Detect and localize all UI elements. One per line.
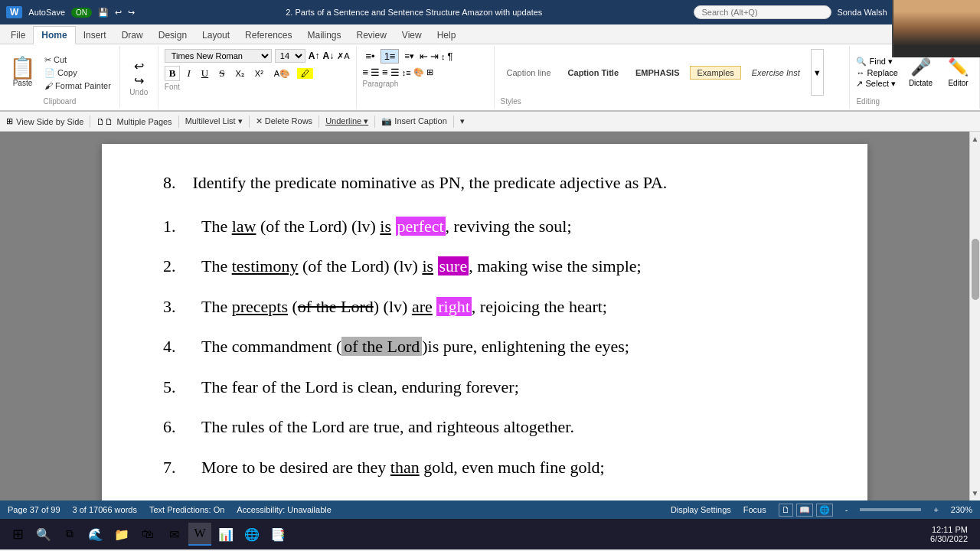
accessibility: Accessibility: Unavailable xyxy=(237,505,332,514)
multilevel-list-button[interactable]: Multilevel List ▾ xyxy=(185,116,243,126)
style-caption-title[interactable]: Caption Title xyxy=(562,67,625,79)
align-left-button[interactable]: ≡ xyxy=(363,67,369,78)
tab-layout[interactable]: Layout xyxy=(194,27,237,44)
text-color-button[interactable]: A🎨 xyxy=(270,68,294,80)
bullets-button[interactable]: ≡• xyxy=(363,50,378,63)
chrome-icon[interactable]: 🌐 xyxy=(240,523,263,546)
tab-design[interactable]: Design xyxy=(151,27,194,44)
tab-file[interactable]: File xyxy=(3,27,33,44)
sort-button[interactable]: ↕ xyxy=(441,52,446,61)
scroll-thumb[interactable] xyxy=(972,239,979,300)
clear-format-button[interactable]: ✗A xyxy=(337,51,349,61)
scrollbar[interactable]: ▲ ▼ xyxy=(969,132,980,500)
align-right-button[interactable]: ≡ xyxy=(382,67,388,78)
focus-button[interactable]: Focus xyxy=(743,505,766,514)
editing-label: Editing xyxy=(856,97,973,106)
redo-icon[interactable]: ↪ xyxy=(128,8,135,18)
select-button[interactable]: ↗ Select ▾ xyxy=(856,79,897,89)
align-center-button[interactable]: ☰ xyxy=(371,67,380,78)
editor-button[interactable]: ✏️ xyxy=(948,57,969,77)
tab-review[interactable]: Review xyxy=(349,27,394,44)
tab-view[interactable]: View xyxy=(394,27,430,44)
view-side-by-side-button[interactable]: View Side by Side xyxy=(16,117,83,126)
editor-group-content: ✏️ Editor xyxy=(943,57,973,87)
dictate-button[interactable]: 🎤 xyxy=(910,57,931,77)
tab-help[interactable]: Help xyxy=(430,27,464,44)
document-scroll[interactable]: 8. Identify the predicate nominative as … xyxy=(0,132,969,500)
decrease-indent-button[interactable]: ⇤ xyxy=(420,51,428,62)
multilevel-button[interactable]: ≡▾ xyxy=(401,51,416,62)
delete-rows-button[interactable]: ✕ Delete Rows xyxy=(256,116,312,126)
start-button[interactable]: ⊞ xyxy=(6,523,29,546)
format-painter-button[interactable]: 🖌 Format Painter xyxy=(42,80,113,91)
search-taskbar-button[interactable]: 🔍 xyxy=(32,523,55,546)
shading-button[interactable]: 🎨 xyxy=(413,67,424,77)
italic-button[interactable]: I xyxy=(183,67,194,80)
web-layout-button[interactable]: 🌐 xyxy=(816,504,833,517)
scroll-up-button[interactable]: ▲ xyxy=(969,132,980,146)
search-input[interactable] xyxy=(694,5,831,19)
font-shrink-button[interactable]: A↓ xyxy=(322,51,334,61)
undo-icon[interactable]: ↩ xyxy=(115,8,122,18)
multiple-pages-button[interactable]: Multiple Pages xyxy=(116,117,172,126)
numbering-button[interactable]: 1≡ xyxy=(381,49,400,64)
increase-indent-button[interactable]: ⇥ xyxy=(430,51,439,62)
highlight-button[interactable]: 🖊 xyxy=(297,68,313,79)
replace-button[interactable]: ↔ Replace xyxy=(856,68,897,77)
font-size-select[interactable]: 14 xyxy=(275,49,305,63)
print-layout-button[interactable]: 🗋 xyxy=(779,504,793,517)
zoom-out-button[interactable]: - xyxy=(845,505,848,514)
word-taskbar-icon[interactable]: W xyxy=(188,523,211,546)
line-spacing-button[interactable]: ↕≡ xyxy=(402,68,411,77)
list-item: 4. The commandment (of the Lord)is pure,… xyxy=(163,332,806,362)
excel-icon[interactable]: 📊 xyxy=(214,523,237,546)
tab-mailings[interactable]: Mailings xyxy=(299,27,348,44)
document-page: 8. Identify the predicate nominative as … xyxy=(102,144,867,500)
style-caption-line[interactable]: Caption line xyxy=(501,67,557,79)
justify-button[interactable]: ☰ xyxy=(390,67,400,78)
tab-references[interactable]: References xyxy=(237,27,299,44)
find-button[interactable]: 🔍 Find ▾ xyxy=(856,57,897,67)
file-explorer-icon[interactable]: 📁 xyxy=(110,523,133,546)
styles-expand-button[interactable]: ▼ xyxy=(811,49,824,96)
insert-caption-button[interactable]: 📷 Insert Caption xyxy=(381,116,447,126)
zoom-in-button[interactable]: + xyxy=(933,505,938,514)
font-grow-button[interactable]: A↑ xyxy=(309,51,320,61)
item-7-num: 7. xyxy=(163,453,201,483)
edge-icon[interactable]: 🌊 xyxy=(84,523,107,546)
autosave-toggle[interactable]: ON xyxy=(71,8,92,18)
superscript-button[interactable]: X² xyxy=(251,68,267,79)
tab-insert[interactable]: Insert xyxy=(76,27,114,44)
more-toolbar-button[interactable]: ▾ xyxy=(460,116,465,126)
style-examples[interactable]: Examples xyxy=(690,66,740,80)
scroll-down-button[interactable]: ▼ xyxy=(969,486,980,500)
redo-button[interactable]: ↪ xyxy=(134,73,144,88)
store-icon[interactable]: 🛍 xyxy=(136,523,159,546)
font-name-select[interactable]: Times New Roman xyxy=(165,49,272,63)
copy-button[interactable]: 📄 Copy xyxy=(42,67,113,79)
powerpoint-icon[interactable]: 📑 xyxy=(266,523,289,546)
read-mode-button[interactable]: 📖 xyxy=(796,504,813,517)
title-filename: 2. Parts of a Sentence and Sentence Stru… xyxy=(141,8,687,17)
tab-home[interactable]: Home xyxy=(33,26,75,44)
style-exercise-inst[interactable]: Exercise Inst xyxy=(746,67,806,79)
display-settings[interactable]: Display Settings xyxy=(671,505,731,514)
mail-icon[interactable]: ✉ xyxy=(162,523,185,546)
subscript-button[interactable]: X₂ xyxy=(231,68,247,80)
paragraph-label: Paragraph xyxy=(363,80,488,88)
show-marks-button[interactable]: ¶ xyxy=(447,51,452,62)
style-emphasis[interactable]: EMPHASIS xyxy=(629,67,685,79)
save-icon[interactable]: 💾 xyxy=(98,8,109,18)
undo-button[interactable]: ↩ xyxy=(134,59,144,73)
document-area: 8. Identify the predicate nominative as … xyxy=(0,132,980,500)
bold-button[interactable]: B xyxy=(165,66,181,81)
zoom-slider[interactable] xyxy=(860,508,921,511)
paste-button[interactable]: 📋 Paste xyxy=(6,56,39,89)
task-view-button[interactable]: ⧉ xyxy=(58,523,81,546)
underline-toolbar-button[interactable]: Underline ▾ xyxy=(325,116,368,126)
borders-button[interactable]: ⊞ xyxy=(426,67,433,77)
strikethrough-button[interactable]: S xyxy=(215,67,228,80)
tab-draw[interactable]: Draw xyxy=(114,27,151,44)
cut-button[interactable]: ✂ Cut xyxy=(42,54,113,66)
underline-button[interactable]: U xyxy=(198,67,212,80)
